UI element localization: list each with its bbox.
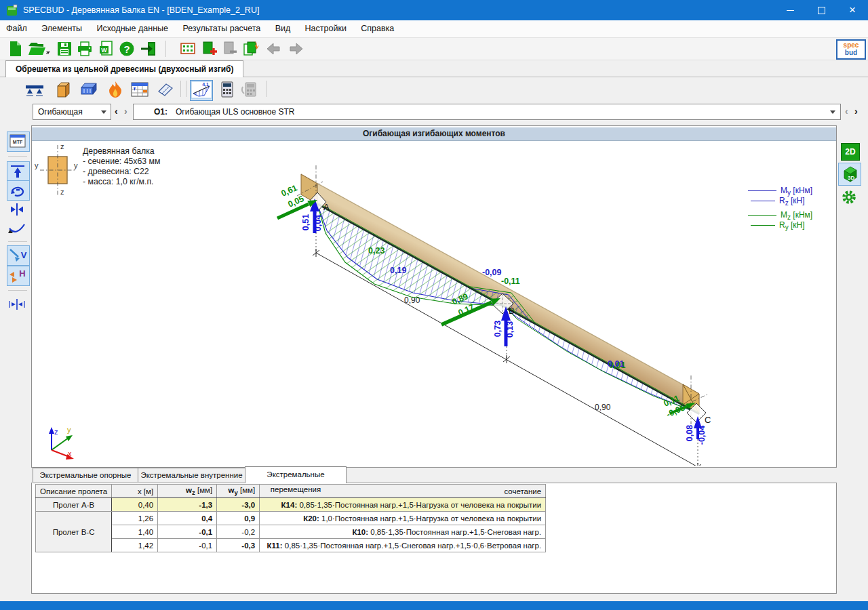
menu-item-view[interactable]: Вид	[269, 20, 297, 37]
menu-item-results[interactable]: Результаты расчета	[176, 20, 267, 37]
menu-item-file[interactable]: Файл	[0, 20, 33, 37]
case-selector-row: Огибающая ‹ › О1: Огибающая ULS основное…	[0, 102, 868, 121]
tab-document[interactable]: Обрешетка из цельной древесины (двухосны…	[5, 60, 243, 77]
legend-sym: R	[779, 220, 785, 230]
beam-geometry-button[interactable]	[24, 80, 45, 100]
legend-line-ry	[751, 225, 775, 226]
legend-unit: [кН]	[791, 220, 805, 230]
view-2d-button[interactable]: 2D	[841, 143, 860, 161]
separator	[8, 290, 27, 291]
help-button[interactable]: ?	[118, 40, 136, 58]
legend-rz: Rz [кН]	[748, 196, 812, 206]
moment-b-mz: -0,11	[501, 277, 520, 286]
dimension-lines-button[interactable]	[7, 296, 28, 314]
print-button[interactable]	[76, 40, 94, 58]
element-grid-icon	[179, 40, 197, 58]
toolbar-separator	[180, 81, 181, 97]
cell-wz: -1,3	[158, 498, 217, 512]
remove-element-icon	[221, 40, 239, 58]
toolbar-separator	[186, 81, 186, 97]
export-word-button[interactable]: W	[98, 40, 115, 58]
menu-item-input-data[interactable]: Исходные данные	[90, 20, 174, 37]
undo-button[interactable]	[264, 40, 282, 58]
cell-x: 1,40	[112, 525, 158, 539]
support-a-label: A	[323, 202, 330, 212]
cell-wz: -0,1	[158, 525, 217, 539]
menu-item-help[interactable]: Справка	[355, 20, 400, 37]
redo-button[interactable]	[288, 40, 305, 58]
new-file-button[interactable]	[7, 40, 24, 58]
table-row[interactable]: 1,40 -0,1 -0,2 К10: 0,85·1,35·Постоянная…	[36, 525, 546, 539]
col-header-wy: wy [мм]	[217, 485, 260, 498]
save-button[interactable]	[56, 40, 73, 58]
exit-button[interactable]	[140, 40, 157, 58]
fit-view-button[interactable]	[7, 201, 28, 220]
diagrams-button[interactable]: 4,1	[190, 80, 213, 101]
cell-wy: -0,2	[217, 525, 260, 539]
next-result-button[interactable]: ›	[854, 104, 858, 119]
copy-element-button[interactable]	[241, 40, 259, 58]
prev-result-button[interactable]: ‹	[845, 104, 848, 119]
gear-icon	[841, 189, 857, 205]
eraser-button[interactable]	[155, 80, 176, 100]
add-element-icon	[201, 40, 218, 58]
svg-text:H: H	[19, 268, 25, 279]
remove-element-button[interactable]	[221, 40, 239, 58]
moment-ab-mz: 0,23	[368, 246, 384, 256]
project-table-button[interactable]	[179, 40, 197, 58]
fire-icon	[105, 80, 125, 100]
reaction-b-rz-max: 0,73	[493, 321, 502, 337]
open-button[interactable]	[27, 40, 50, 58]
menu-item-elements[interactable]: Элементы	[35, 20, 88, 37]
calculation-button[interactable]	[217, 80, 237, 100]
exit-icon	[140, 40, 157, 58]
combination-id: К20:	[303, 514, 319, 523]
vertical-forces-button[interactable]: V	[7, 245, 30, 266]
minimize-button[interactable]	[774, 0, 806, 20]
moment-diagram-icon: 4,1	[191, 81, 212, 99]
redo-icon	[288, 40, 305, 58]
combination-text: 0,85·1,35·Постоянная нагр.+1,5·Снеговая …	[285, 542, 541, 550]
fire-button[interactable]	[105, 80, 125, 100]
report-button[interactable]	[240, 80, 260, 100]
view-3d-button[interactable]: 3D	[838, 163, 861, 186]
table-row[interactable]: Пролет В-С 1,26 0,4 0,9 К20: 1,0·Постоян…	[36, 512, 546, 525]
timber-section-icon	[53, 80, 73, 100]
save-icon	[56, 40, 73, 58]
case-combobox[interactable]: О1: Огибающая ULS основное STR	[133, 104, 841, 120]
table-row[interactable]: 1,42 -0,1 -0,3 К11: 0,85·1,35·Постоянная…	[36, 539, 546, 552]
maximize-button[interactable]	[806, 0, 837, 20]
diagram-legend: My [кНм] Rz [кН] Mz [кНм] Ry [кН]	[748, 186, 812, 230]
tab-internal-forces[interactable]: Экстремальные внутренние усилия	[138, 468, 245, 482]
wz-sub: z	[192, 489, 195, 496]
eraser-icon	[155, 80, 176, 100]
load-cases-button[interactable]	[130, 80, 150, 100]
loads-button[interactable]	[79, 80, 99, 100]
add-element-button[interactable]	[201, 40, 218, 58]
axis-triad: z y x	[49, 426, 74, 460]
menu-item-settings[interactable]: Настройки	[299, 20, 353, 37]
combination-text: 0,85·1,35·Постоянная нагр.+1,5·Снеговая …	[370, 528, 541, 536]
fit-width-icon	[7, 201, 27, 218]
cell-combination: К14: 0,85·1,35·Постоянная нагр.+1,5·Нагр…	[260, 498, 546, 512]
mtf-window-button[interactable]: MTF	[7, 131, 30, 152]
prev-case-button[interactable]: ‹	[115, 104, 118, 119]
section-button[interactable]	[53, 80, 73, 100]
view-settings-button[interactable]	[841, 189, 857, 205]
horizontal-forces-button[interactable]: H	[7, 266, 30, 286]
section-axis-y-right: y	[74, 161, 78, 169]
tab-support-reactions[interactable]: Экстремальные опорные реакции	[33, 468, 138, 482]
table-row[interactable]: Пролет А-В 0,40 -1,3 -3,0 К14: 0,85·1,35…	[36, 498, 546, 512]
rotate-view-button[interactable]	[7, 180, 30, 201]
case-type-select[interactable]: Огибающая	[33, 104, 111, 120]
show-supports-button[interactable]	[7, 161, 30, 182]
next-case-button[interactable]: ›	[124, 104, 127, 119]
app-icon	[6, 4, 18, 16]
close-button[interactable]: ×	[837, 0, 868, 20]
section-axis-z-bottom: z	[60, 188, 64, 196]
separator	[8, 156, 27, 157]
chevron-down-icon	[101, 110, 106, 114]
deflection-button[interactable]	[7, 220, 28, 239]
tab-displacements[interactable]: Экстремальные перемещения	[245, 466, 347, 483]
cell-combination: К20: 1,0·Постоянная нагр.+1,5·Нагрузка о…	[260, 512, 546, 525]
